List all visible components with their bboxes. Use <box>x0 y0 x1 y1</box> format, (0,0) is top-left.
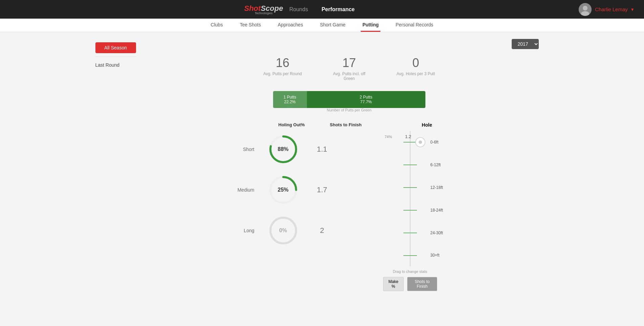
year-selector-container: 2017 2016 2015 <box>160 39 539 49</box>
holing-row-short: Short 88% 1.1 <box>227 134 363 165</box>
holing-name-short: Short <box>227 147 254 152</box>
drag-and-buttons: Drag to change stats Make % Shots to Fin… <box>383 269 437 291</box>
stat-avg-putts-round: 16 Avg. Putts per Round <box>263 56 302 81</box>
last-round-link[interactable]: Last Round <box>95 60 150 70</box>
holing-name-medium: Medium <box>227 187 254 193</box>
subnav-personalrecords[interactable]: Personal Records <box>394 19 435 32</box>
two-putt-pct: 77.7% <box>360 100 372 104</box>
avatar <box>579 3 592 16</box>
stat-label-0: Avg. Putts per Round <box>263 71 302 76</box>
subnav-putting[interactable]: Putting <box>361 19 380 32</box>
holing-col1: Holing Out% <box>275 122 309 127</box>
pct-val-0-6: 74% <box>385 135 392 139</box>
year-dropdown[interactable]: 2017 2016 2015 <box>512 39 539 49</box>
putting-section: Holing Out% Shots to Finish Short 88% 1.… <box>160 122 539 291</box>
putts-bar: 1 Putts 22.2% 2 Putts 77.7% <box>273 91 425 108</box>
drag-label: Drag to change stats <box>383 269 437 274</box>
one-putt-label: 1 Putts <box>284 95 296 100</box>
make-pct-button[interactable]: Make % <box>383 277 404 291</box>
pct-label-0-6: 74% 1.2 <box>383 131 412 142</box>
holing-row-long: Long 0% 2 <box>227 215 363 246</box>
user-dropdown-icon: ▾ <box>631 6 634 13</box>
circle-long-pct: 0% <box>279 227 287 234</box>
circle-medium-pct: 25% <box>277 187 288 193</box>
stats-row: 16 Avg. Putts per Round 17 Avg. Putts in… <box>160 56 539 81</box>
subnav: Clubs Tee Shots Approaches Short Game Pu… <box>0 19 644 32</box>
main-nav: Rounds Performance <box>289 6 355 13</box>
subnav-approaches[interactable]: Approaches <box>276 19 305 32</box>
circle-medium: 25% <box>268 175 298 205</box>
putts-bar-footer: Number of Putts per Green <box>273 108 425 112</box>
shots-medium: 1.7 <box>312 186 332 194</box>
stat-avg-3putt: 0 Avg. Holes per 3 Putt <box>397 56 435 81</box>
stat-number-2: 0 <box>397 56 435 70</box>
two-putt-segment: 2 Putts 77.7% <box>307 91 425 108</box>
content-area: 2017 2016 2015 16 Avg. Putts per Round 1… <box>150 39 549 291</box>
distance-chart-title: Hole <box>383 122 471 128</box>
holing-col-empty <box>227 122 254 127</box>
subnav-clubs[interactable]: Clubs <box>209 19 225 32</box>
stat-number-0: 16 <box>263 56 302 70</box>
holing-name-long: Long <box>227 228 254 233</box>
distance-chart-svg <box>383 131 437 266</box>
user-menu[interactable]: Charlie Lemay ▾ <box>579 3 634 16</box>
nav-performance[interactable]: Performance <box>321 6 355 13</box>
shots-to-finish-button[interactable]: Shots to Finish <box>407 277 437 291</box>
dist-label-0: 0-6ft <box>430 131 471 153</box>
putts-bar-container: 1 Putts 22.2% 2 Putts 77.7% Number of Pu… <box>273 91 425 112</box>
distance-labels-right: 0-6ft 6-12ft 12-18ft 18-24ft 24-30ft 30+… <box>430 131 471 266</box>
shots-short: 1.1 <box>312 145 332 154</box>
stat-avg-putts-offgreen: 17 Avg. Putts incl. off Green <box>329 56 370 81</box>
svg-point-1 <box>583 6 587 10</box>
dist-label-1: 6-12ft <box>430 153 471 176</box>
holing-table: Holing Out% Shots to Finish Short 88% 1.… <box>227 122 363 291</box>
stat-label-2: Avg. Holes per 3 Putt <box>397 71 435 76</box>
stat-label-1: Avg. Putts incl. off Green <box>329 71 370 81</box>
username: Charlie Lemay <box>595 6 628 12</box>
one-putt-segment: 1 Putts 22.2% <box>273 91 307 108</box>
chart-labels-overlay: 74% 1.2 <box>383 131 412 142</box>
circle-long: 0% <box>268 215 298 246</box>
holing-col2: Shots to Finish <box>329 122 363 127</box>
dist-label-3: 18-24ft <box>430 199 471 221</box>
holing-row-medium: Medium 25% 1.7 <box>227 175 363 205</box>
dot-label-0-6: 1.2 <box>405 134 411 139</box>
holing-header: Holing Out% Shots to Finish <box>227 122 363 127</box>
dist-label-4: 24-30ft <box>430 221 471 244</box>
nav-rounds[interactable]: Rounds <box>289 6 308 13</box>
circle-short: 88% <box>268 134 298 165</box>
chart-label-rows: 74% 1.2 <box>383 131 412 142</box>
one-putt-pct: 22.2% <box>284 100 295 104</box>
sidebar-divider <box>95 57 136 57</box>
dist-label-2: 12-18ft <box>430 176 471 199</box>
subnav-teeshots[interactable]: Tee Shots <box>238 19 262 32</box>
main-content: All Season Last Round 2017 2016 2015 16 … <box>85 32 559 298</box>
stat-number-1: 17 <box>329 56 370 70</box>
dist-label-5: 30+ft <box>430 244 471 266</box>
circle-short-pct: 88% <box>277 146 288 152</box>
toggle-buttons: Make % Shots to Finish <box>383 277 437 291</box>
shots-long: 2 <box>312 226 332 235</box>
all-season-button[interactable]: All Season <box>95 42 136 53</box>
sidebar: All Season Last Round <box>95 39 150 291</box>
logo: ShotScope Technologies <box>244 4 283 15</box>
subnav-shortgame[interactable]: Short Game <box>318 19 347 32</box>
two-putt-label: 2 Putts <box>360 95 372 100</box>
distance-panel: Hole <box>383 122 471 291</box>
header: ShotScope Technologies Rounds Performanc… <box>0 0 644 19</box>
svg-point-16 <box>419 140 422 144</box>
